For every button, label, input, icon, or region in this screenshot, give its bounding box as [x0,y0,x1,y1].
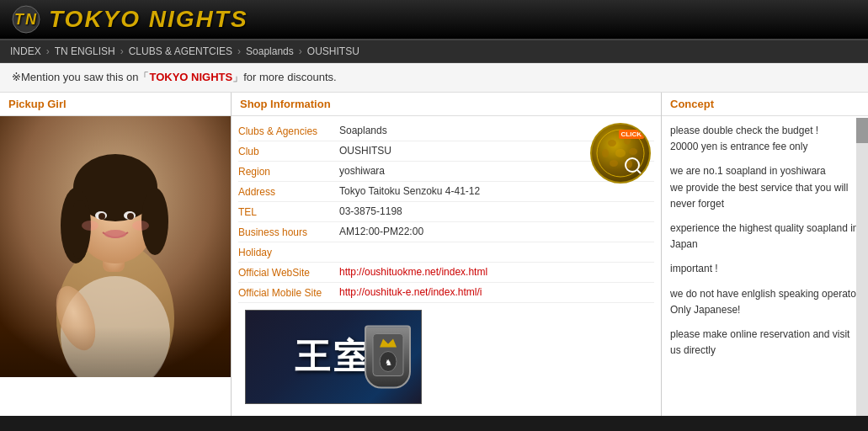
logo-text: TOKYO NIGHTS [49,6,248,33]
site-logo: TN TOKYO NIGHTS [10,3,248,35]
shop-logo-circle: CLICK [590,123,651,184]
breadcrumb: INDEX › TN ENGLISH › CLUBS & AGENTCIES ›… [0,40,868,63]
svg-point-23 [629,148,637,155]
concept-title: Concept [662,93,868,116]
shop-row-holiday: Holiday [238,242,654,263]
value-address: Tokyo Taitoku Senzoku 4-41-12 [339,185,654,197]
svg-point-17 [132,221,149,231]
svg-point-22 [602,149,609,157]
scrollbar-thumb[interactable] [856,118,868,143]
concept-p5: please make online reservation and visit… [670,327,860,359]
svg-point-20 [608,140,616,146]
svg-text:TN: TN [14,11,38,28]
pickup-panel: Pickup Girl [0,93,232,416]
svg-point-9 [141,188,168,255]
concept-p0: please double check the budget !20000 ye… [670,123,860,155]
shop-row-mobile: Official Mobile Site http://oushituk-e.n… [238,283,654,303]
value-hours: AM12:00-PM22:00 [339,226,654,237]
label-club: Club [238,145,339,157]
concept-content: please double check the budget !20000 ye… [662,116,868,374]
sep2: › [120,45,124,57]
sep4: › [299,45,302,57]
shop-panel: Shop Information CLICK [232,93,662,416]
mention-suffix: 」for more discounts. [232,71,337,83]
crest-badge: ♞ [365,326,411,389]
pickup-image [0,116,231,377]
logo-icon: TN [10,3,42,35]
label-clubs: Clubs & Agencies [238,125,339,137]
svg-text:♞: ♞ [384,357,391,366]
svg-point-15 [104,230,126,238]
concept-p3: important ! [670,261,860,277]
breadcrumb-clubs[interactable]: CLUBS & AGENTCIES [129,45,232,57]
concept-p1: we are no.1 soapland in yoshiwarawe prov… [670,163,860,212]
kanji-display: 王室 [295,333,372,380]
shop-title: Shop Information [232,93,661,116]
concept-p4: we do not have enlglish speaking operato… [670,286,860,318]
pickup-photo [0,116,231,377]
value-mobile[interactable]: http://oushituk-e.net/index.html/i [339,286,654,298]
concept-panel: Concept please double check the budget !… [662,93,868,416]
website-link[interactable]: http://oushituokme.net/index.html [339,266,487,278]
concept-p2: experience the highest quality soapland … [670,221,860,253]
shop-row-website: Official WebSite http://oushituokme.net/… [238,263,654,283]
sep1: › [46,45,50,57]
pickup-title: Pickup Girl [0,93,231,116]
label-mobile: Official Mobile Site [238,286,339,299]
breadcrumb-soaplands[interactable]: Soaplands [246,45,294,57]
svg-point-24 [610,160,618,167]
breadcrumb-index[interactable]: INDEX [10,45,41,57]
shop-logo-overlay: CLICK [590,123,651,184]
main-content: Pickup Girl [0,93,868,416]
label-region: Region [238,165,339,178]
breadcrumb-tn-english[interactable]: TN ENGLISH [55,45,115,57]
svg-rect-10 [73,200,86,259]
label-website: Official WebSite [238,266,339,279]
pickup-photo-svg [0,116,231,377]
shop-row-address: Address Tokyo Taitoku Senzoku 4-41-12 [238,182,654,202]
svg-point-13 [99,213,105,220]
label-address: Address [238,185,339,198]
shop-table: CLICK [232,116,661,416]
svg-line-28 [636,169,642,174]
scrollbar-track[interactable] [856,118,868,416]
mention-prefix: ※Mention you saw this on「 [12,71,149,83]
label-tel: TEL [238,205,339,218]
svg-point-14 [127,213,134,220]
mention-highlight: TOKYO NIGHTS [149,71,232,83]
crest-svg: ♞ [371,332,405,382]
click-label: CLICK [619,130,644,139]
value-website[interactable]: http://oushituokme.net/index.html [339,266,654,278]
header: TN TOKYO NIGHTS [0,0,868,40]
shop-bottom-image: 王室 ♞ [245,310,422,404]
mobile-link[interactable]: http://oushituk-e.net/index.html/i [339,286,482,298]
mention-bar: ※Mention you saw this on「TOKYO NIGHTS」fo… [0,63,868,93]
shop-row-hours: Business hours AM12:00-PM22:00 [238,222,654,242]
svg-point-16 [82,221,99,231]
label-holiday: Holiday [238,246,339,258]
breadcrumb-current: OUSHITSU [307,45,359,57]
label-hours: Business hours [238,226,339,238]
shop-row-tel: TEL 03-3875-1198 [238,202,654,222]
svg-point-26 [615,149,626,157]
sep3: › [237,45,241,57]
value-tel: 03-3875-1198 [339,205,654,217]
